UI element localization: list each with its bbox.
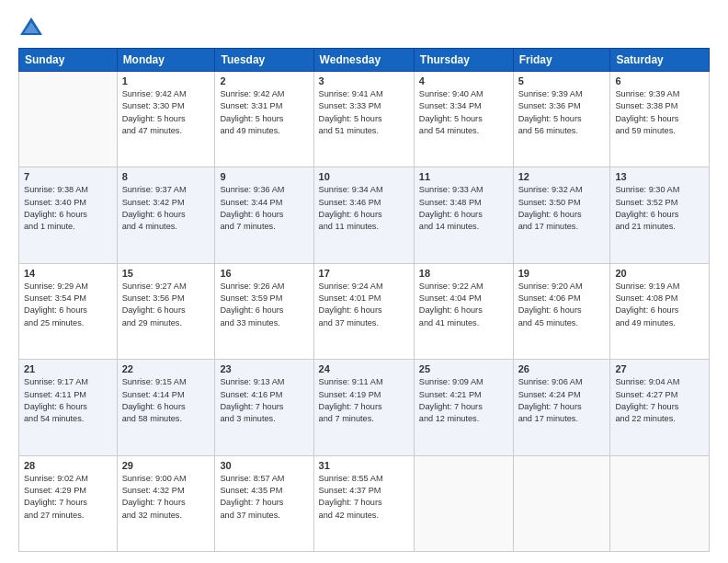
day-info: Sunrise: 9:38 AMSunset: 3:40 PMDaylight:… xyxy=(24,184,112,233)
header xyxy=(18,15,710,40)
day-number: 16 xyxy=(220,268,308,279)
day-info: Sunrise: 9:26 AMSunset: 3:59 PMDaylight:… xyxy=(220,281,308,329)
calendar-cell: 15Sunrise: 9:27 AMSunset: 3:56 PMDayligh… xyxy=(117,263,215,359)
day-number: 28 xyxy=(24,460,112,471)
calendar-cell: 31Sunrise: 8:55 AMSunset: 4:37 PMDayligh… xyxy=(313,455,414,551)
day-info: Sunrise: 9:09 AMSunset: 4:21 PMDaylight:… xyxy=(419,376,508,425)
day-number: 23 xyxy=(220,363,308,374)
calendar-cell: 13Sunrise: 9:30 AMSunset: 3:52 PMDayligh… xyxy=(610,167,710,263)
calendar-table: SundayMondayTuesdayWednesdayThursdayFrid… xyxy=(18,48,710,552)
day-info: Sunrise: 9:17 AMSunset: 4:11 PMDaylight:… xyxy=(24,376,112,425)
day-number: 31 xyxy=(319,460,409,471)
calendar-cell: 16Sunrise: 9:26 AMSunset: 3:59 PMDayligh… xyxy=(215,263,313,359)
day-number: 13 xyxy=(615,171,704,182)
calendar-cell: 12Sunrise: 9:32 AMSunset: 3:50 PMDayligh… xyxy=(513,167,610,263)
day-info: Sunrise: 9:39 AMSunset: 3:36 PMDaylight:… xyxy=(518,88,606,137)
logo-icon xyxy=(18,15,44,40)
calendar-cell: 2Sunrise: 9:42 AMSunset: 3:31 PMDaylight… xyxy=(215,72,313,167)
calendar-cell: 6Sunrise: 9:39 AMSunset: 3:38 PMDaylight… xyxy=(610,72,710,167)
calendar-cell xyxy=(414,455,513,551)
day-number: 9 xyxy=(220,171,308,182)
day-number: 27 xyxy=(615,363,704,374)
day-info: Sunrise: 9:19 AMSunset: 4:08 PMDaylight:… xyxy=(615,281,704,329)
calendar-cell: 30Sunrise: 8:57 AMSunset: 4:35 PMDayligh… xyxy=(215,455,313,551)
day-number: 29 xyxy=(122,460,210,471)
day-number: 1 xyxy=(122,75,210,86)
calendar-cell: 8Sunrise: 9:37 AMSunset: 3:42 PMDaylight… xyxy=(117,167,215,263)
calendar-cell: 17Sunrise: 9:24 AMSunset: 4:01 PMDayligh… xyxy=(313,263,414,359)
day-number: 30 xyxy=(220,460,308,471)
day-number: 21 xyxy=(24,363,112,374)
day-info: Sunrise: 9:04 AMSunset: 4:27 PMDaylight:… xyxy=(615,376,704,425)
day-number: 24 xyxy=(319,363,409,374)
calendar-cell: 9Sunrise: 9:36 AMSunset: 3:44 PMDaylight… xyxy=(215,167,313,263)
weekday-header: Thursday xyxy=(414,49,513,72)
day-number: 4 xyxy=(419,75,508,86)
day-number: 15 xyxy=(122,268,210,279)
calendar-week-row: 1Sunrise: 9:42 AMSunset: 3:30 PMDaylight… xyxy=(19,72,710,167)
calendar-week-row: 14Sunrise: 9:29 AMSunset: 3:54 PMDayligh… xyxy=(19,263,710,359)
calendar-cell: 7Sunrise: 9:38 AMSunset: 3:40 PMDaylight… xyxy=(19,167,118,263)
day-info: Sunrise: 9:06 AMSunset: 4:24 PMDaylight:… xyxy=(518,376,606,425)
day-number: 6 xyxy=(615,75,704,86)
calendar-cell: 29Sunrise: 9:00 AMSunset: 4:32 PMDayligh… xyxy=(117,455,215,551)
weekday-header: Monday xyxy=(117,49,215,72)
day-number: 7 xyxy=(24,171,112,182)
calendar-cell: 23Sunrise: 9:13 AMSunset: 4:16 PMDayligh… xyxy=(215,360,313,455)
day-number: 26 xyxy=(518,363,606,374)
calendar-cell: 11Sunrise: 9:33 AMSunset: 3:48 PMDayligh… xyxy=(414,167,513,263)
calendar-cell: 4Sunrise: 9:40 AMSunset: 3:34 PMDaylight… xyxy=(414,72,513,167)
day-number: 19 xyxy=(518,268,606,279)
day-number: 12 xyxy=(518,171,606,182)
day-info: Sunrise: 9:42 AMSunset: 3:31 PMDaylight:… xyxy=(220,88,308,137)
day-number: 10 xyxy=(319,171,409,182)
day-info: Sunrise: 8:57 AMSunset: 4:35 PMDaylight:… xyxy=(220,473,308,522)
calendar-cell: 20Sunrise: 9:19 AMSunset: 4:08 PMDayligh… xyxy=(610,263,710,359)
day-info: Sunrise: 9:34 AMSunset: 3:46 PMDaylight:… xyxy=(319,184,409,233)
day-number: 20 xyxy=(615,268,704,279)
day-info: Sunrise: 9:37 AMSunset: 3:42 PMDaylight:… xyxy=(122,184,210,233)
day-info: Sunrise: 9:22 AMSunset: 4:04 PMDaylight:… xyxy=(419,281,508,329)
day-number: 5 xyxy=(518,75,606,86)
logo xyxy=(18,15,48,40)
day-info: Sunrise: 9:02 AMSunset: 4:29 PMDaylight:… xyxy=(24,473,112,522)
calendar-cell: 26Sunrise: 9:06 AMSunset: 4:24 PMDayligh… xyxy=(513,360,610,455)
calendar-cell: 10Sunrise: 9:34 AMSunset: 3:46 PMDayligh… xyxy=(313,167,414,263)
page: SundayMondayTuesdayWednesdayThursdayFrid… xyxy=(0,0,728,563)
weekday-header: Friday xyxy=(513,49,610,72)
calendar-cell xyxy=(513,455,610,551)
day-info: Sunrise: 9:27 AMSunset: 3:56 PMDaylight:… xyxy=(122,281,210,329)
day-info: Sunrise: 9:33 AMSunset: 3:48 PMDaylight:… xyxy=(419,184,508,233)
calendar-cell: 18Sunrise: 9:22 AMSunset: 4:04 PMDayligh… xyxy=(414,263,513,359)
calendar-cell: 21Sunrise: 9:17 AMSunset: 4:11 PMDayligh… xyxy=(19,360,118,455)
day-number: 8 xyxy=(122,171,210,182)
day-info: Sunrise: 9:00 AMSunset: 4:32 PMDaylight:… xyxy=(122,473,210,522)
calendar-cell: 28Sunrise: 9:02 AMSunset: 4:29 PMDayligh… xyxy=(19,455,118,551)
day-info: Sunrise: 9:32 AMSunset: 3:50 PMDaylight:… xyxy=(518,184,606,233)
day-info: Sunrise: 9:36 AMSunset: 3:44 PMDaylight:… xyxy=(220,184,308,233)
calendar-week-row: 21Sunrise: 9:17 AMSunset: 4:11 PMDayligh… xyxy=(19,360,710,455)
calendar-header-row: SundayMondayTuesdayWednesdayThursdayFrid… xyxy=(19,49,710,72)
day-info: Sunrise: 9:13 AMSunset: 4:16 PMDaylight:… xyxy=(220,376,308,425)
day-number: 17 xyxy=(319,268,409,279)
day-info: Sunrise: 9:20 AMSunset: 4:06 PMDaylight:… xyxy=(518,281,606,329)
calendar-cell: 1Sunrise: 9:42 AMSunset: 3:30 PMDaylight… xyxy=(117,72,215,167)
calendar-cell: 25Sunrise: 9:09 AMSunset: 4:21 PMDayligh… xyxy=(414,360,513,455)
day-number: 25 xyxy=(419,363,508,374)
calendar-cell xyxy=(610,455,710,551)
day-number: 18 xyxy=(419,268,508,279)
day-info: Sunrise: 9:42 AMSunset: 3:30 PMDaylight:… xyxy=(122,88,210,137)
weekday-header: Saturday xyxy=(610,49,710,72)
day-number: 2 xyxy=(220,75,308,86)
calendar-cell: 14Sunrise: 9:29 AMSunset: 3:54 PMDayligh… xyxy=(19,263,118,359)
day-info: Sunrise: 9:30 AMSunset: 3:52 PMDaylight:… xyxy=(615,184,704,233)
calendar-cell: 22Sunrise: 9:15 AMSunset: 4:14 PMDayligh… xyxy=(117,360,215,455)
weekday-header: Sunday xyxy=(19,49,118,72)
day-info: Sunrise: 9:11 AMSunset: 4:19 PMDaylight:… xyxy=(319,376,409,425)
day-info: Sunrise: 9:40 AMSunset: 3:34 PMDaylight:… xyxy=(419,88,508,137)
day-info: Sunrise: 9:29 AMSunset: 3:54 PMDaylight:… xyxy=(24,281,112,329)
day-info: Sunrise: 9:39 AMSunset: 3:38 PMDaylight:… xyxy=(615,88,704,137)
calendar-cell: 24Sunrise: 9:11 AMSunset: 4:19 PMDayligh… xyxy=(313,360,414,455)
calendar-week-row: 28Sunrise: 9:02 AMSunset: 4:29 PMDayligh… xyxy=(19,455,710,551)
weekday-header: Tuesday xyxy=(215,49,313,72)
